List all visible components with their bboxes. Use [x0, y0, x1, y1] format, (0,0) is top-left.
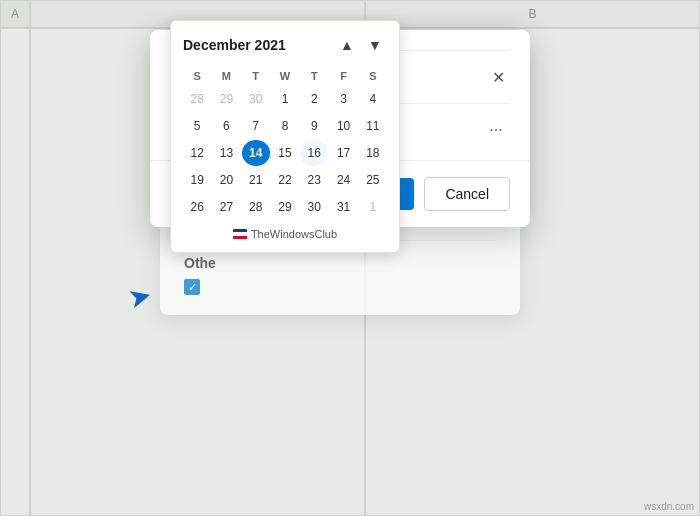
calendar-day[interactable]: 16 — [300, 140, 328, 166]
other-section-label: Othe — [184, 255, 496, 271]
day-header: T — [242, 67, 270, 85]
calendar-day[interactable]: 29 — [271, 194, 299, 220]
day-header: S — [359, 67, 387, 85]
calendar-day[interactable]: 29 — [212, 86, 240, 112]
calendar-next-btn[interactable]: ▼ — [363, 33, 387, 57]
cancel-button[interactable]: Cancel — [424, 177, 510, 211]
calendar-day[interactable]: 24 — [329, 167, 357, 193]
calendar-day[interactable]: 14 — [242, 140, 270, 166]
calendar-day[interactable]: 19 — [183, 167, 211, 193]
calendar-footer: TheWindowsClub — [183, 228, 387, 240]
day-header: F — [329, 67, 357, 85]
calendar-popup: December 2021 ▲ ▼ SMTWTFS282930123456789… — [170, 20, 400, 253]
checkbox-row: ✓ — [184, 279, 496, 295]
day-header: T — [300, 67, 328, 85]
calendar-day[interactable]: 9 — [300, 113, 328, 139]
calendar-day[interactable]: 27 — [212, 194, 240, 220]
calendar-day[interactable]: 28 — [183, 86, 211, 112]
footer-text: TheWindowsClub — [251, 228, 337, 240]
calendar-day[interactable]: 11 — [359, 113, 387, 139]
main-dialog: December 2021 ▲ ▼ SMTWTFS282930123456789… — [150, 30, 530, 227]
day-header: W — [271, 67, 299, 85]
calendar-day[interactable]: 23 — [300, 167, 328, 193]
calendar-title: December 2021 — [183, 37, 286, 53]
calendar-day[interactable]: 15 — [271, 140, 299, 166]
calendar-day[interactable]: 7 — [242, 113, 270, 139]
calendar-day[interactable]: 2 — [300, 86, 328, 112]
calendar-day[interactable]: 6 — [212, 113, 240, 139]
expiry-close-button[interactable]: ✕ — [486, 65, 510, 89]
calendar-day[interactable]: 25 — [359, 167, 387, 193]
calendar-day[interactable]: 30 — [242, 86, 270, 112]
calendar-day[interactable]: 17 — [329, 140, 357, 166]
watermark: wsxdn.com — [644, 501, 694, 512]
calendar-day[interactable]: 13 — [212, 140, 240, 166]
calendar-day[interactable]: 1 — [271, 86, 299, 112]
calendar-header: December 2021 ▲ ▼ — [183, 33, 387, 57]
calendar-day[interactable]: 30 — [300, 194, 328, 220]
calendar-day[interactable]: 18 — [359, 140, 387, 166]
day-header: M — [212, 67, 240, 85]
day-header: S — [183, 67, 211, 85]
calendar-day[interactable]: 31 — [329, 194, 357, 220]
calendar-day[interactable]: 21 — [242, 167, 270, 193]
calendar-nav: ▲ ▼ — [335, 33, 387, 57]
flag-icon — [233, 229, 247, 239]
calendar-day[interactable]: 26 — [183, 194, 211, 220]
checkbox-icon: ✓ — [184, 279, 200, 295]
calendar-day[interactable]: 4 — [359, 86, 387, 112]
calendar-day[interactable]: 10 — [329, 113, 357, 139]
calendar-day[interactable]: 3 — [329, 86, 357, 112]
calendar-day[interactable]: 20 — [212, 167, 240, 193]
calendar-day[interactable]: 22 — [271, 167, 299, 193]
calendar-day[interactable]: 1 — [359, 194, 387, 220]
calendar-day[interactable]: 28 — [242, 194, 270, 220]
calendar-grid: SMTWTFS282930123456789101112131415161718… — [183, 67, 387, 220]
footer-logo: TheWindowsClub — [233, 228, 337, 240]
password-dots-button[interactable]: ··· — [482, 118, 510, 142]
calendar-day[interactable]: 8 — [271, 113, 299, 139]
calendar-day[interactable]: 5 — [183, 113, 211, 139]
calendar-day[interactable]: 12 — [183, 140, 211, 166]
calendar-prev-btn[interactable]: ▲ — [335, 33, 359, 57]
